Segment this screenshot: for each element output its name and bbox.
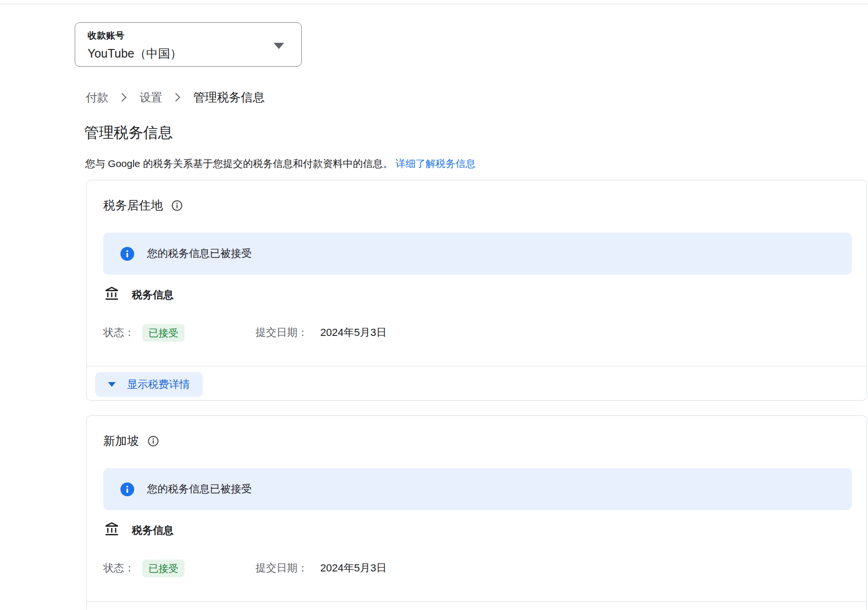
submit-date-value: 2024年5月3日 — [320, 561, 386, 575]
tax-info-page: 收款账号 YouTube（中国） 付款 设置 管理税务信息 管理税务信息 您与 … — [0, 0, 868, 610]
status-banner: 您的税务信息已被接受 — [103, 233, 852, 275]
submit-date-group: 提交日期： 2024年5月3日 — [256, 325, 386, 340]
breadcrumb-manage-tax-info: 管理税务信息 — [193, 89, 265, 105]
show-tax-details-button[interactable]: 显示税费详情 — [95, 372, 203, 397]
submit-date-label: 提交日期： — [256, 325, 308, 340]
card-footer: 显示税费详情 — [87, 366, 867, 400]
singapore-card: 新加坡 您的税务信息已被接受 — [86, 415, 867, 610]
info-icon[interactable] — [171, 199, 183, 212]
card-title-row: 税务居住地 — [103, 197, 183, 213]
chevron-right-icon — [121, 92, 127, 102]
payments-account-value: YouTube（中国） — [88, 46, 289, 61]
submit-date-label: 提交日期： — [256, 561, 308, 575]
info-filled-icon — [120, 247, 134, 261]
submit-date-group: 提交日期： 2024年5月3日 — [256, 561, 386, 575]
banner-message: 您的税务信息已被接受 — [147, 482, 252, 496]
payments-account-selector[interactable]: 收款账号 YouTube（中国） — [75, 22, 302, 67]
card-footer — [87, 602, 867, 610]
learn-more-tax-info-link[interactable]: 详细了解税务信息 — [395, 158, 475, 169]
info-filled-icon — [120, 482, 134, 496]
tax-info-section: 税务信息 — [104, 286, 174, 304]
dropdown-caret-icon — [274, 43, 284, 49]
info-icon[interactable] — [147, 435, 159, 447]
payments-account-label: 收款账号 — [88, 30, 289, 42]
card-title: 税务居住地 — [103, 197, 163, 213]
status-badge: 已接受 — [142, 324, 185, 342]
submit-date-value: 2024年5月3日 — [320, 325, 386, 340]
show-tax-details-label: 显示税费详情 — [127, 377, 190, 392]
description-text: 您与 Google 的税务关系基于您提交的税务信息和付款资料中的信息。 — [85, 158, 393, 169]
tax-residence-card: 税务居住地 您的税务信息已被接受 — [86, 180, 867, 401]
breadcrumb-payments[interactable]: 付款 — [86, 90, 108, 105]
banner-message: 您的税务信息已被接受 — [147, 246, 252, 261]
page-title: 管理税务信息 — [84, 123, 173, 143]
card-title-row: 新加坡 — [103, 433, 159, 449]
status-label: 状态： — [103, 561, 135, 575]
status-badge: 已接受 — [142, 560, 185, 577]
status-row: 状态： 已接受 提交日期： 2024年5月3日 — [103, 321, 579, 344]
status-label: 状态： — [103, 325, 135, 340]
chevron-right-icon — [175, 92, 181, 102]
status-row: 状态： 已接受 提交日期： 2024年5月3日 — [103, 557, 579, 580]
tax-info-section: 税务信息 — [104, 521, 174, 539]
status-banner: 您的税务信息已被接受 — [103, 468, 852, 510]
tax-info-title: 税务信息 — [132, 523, 174, 538]
bank-icon — [104, 521, 120, 539]
tax-info-title: 税务信息 — [132, 288, 174, 302]
breadcrumb: 付款 设置 管理税务信息 — [86, 89, 265, 105]
breadcrumb-settings[interactable]: 设置 — [139, 90, 162, 105]
top-divider — [0, 4, 868, 4]
caret-down-icon — [108, 382, 116, 387]
card-title: 新加坡 — [103, 433, 139, 449]
bank-icon — [104, 286, 120, 304]
page-description: 您与 Google 的税务关系基于您提交的税务信息和付款资料中的信息。 详细了解… — [85, 157, 475, 170]
